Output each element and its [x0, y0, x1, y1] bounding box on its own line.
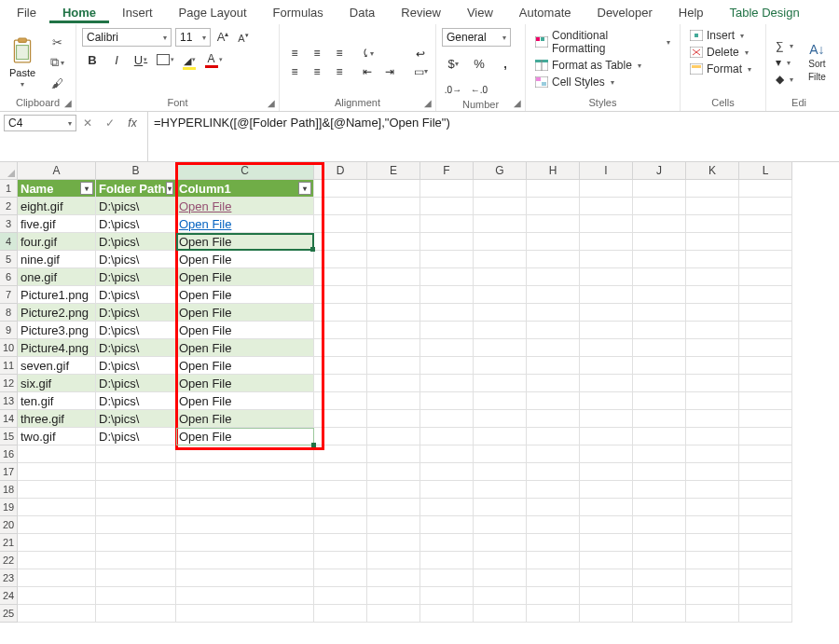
cell[interactable]	[474, 251, 527, 268]
cell[interactable]	[580, 251, 633, 268]
cell[interactable]	[527, 180, 580, 198]
cell[interactable]	[314, 233, 367, 251]
row-header[interactable]: 21	[0, 534, 18, 552]
cell[interactable]	[580, 180, 633, 198]
font-size-combo[interactable]: 11 ▾	[175, 28, 211, 47]
decrease-indent-button[interactable]: ⇤	[358, 64, 377, 79]
cell[interactable]	[314, 392, 367, 410]
cell[interactable]	[580, 286, 633, 304]
cell-hyperlink[interactable]: Open File	[176, 410, 314, 428]
cell[interactable]	[686, 552, 739, 569]
cell[interactable]	[633, 322, 686, 339]
cell[interactable]	[367, 339, 420, 357]
cell[interactable]	[739, 233, 792, 251]
cell[interactable]	[314, 569, 367, 587]
cell[interactable]	[633, 198, 686, 215]
cell[interactable]	[580, 268, 633, 286]
cell[interactable]	[420, 552, 474, 569]
cell[interactable]	[739, 180, 792, 198]
column-header-H[interactable]: H	[527, 162, 580, 180]
cell[interactable]	[176, 587, 314, 605]
cell[interactable]	[686, 268, 739, 286]
cell[interactable]	[314, 357, 367, 375]
cell[interactable]	[527, 569, 580, 587]
cell[interactable]	[527, 215, 580, 233]
cell[interactable]	[176, 516, 314, 534]
cell-path[interactable]: D:\pics\	[96, 410, 176, 428]
cell[interactable]	[633, 251, 686, 268]
clear-button[interactable]: ◆▾	[772, 72, 797, 87]
clipboard-dialog-launcher[interactable]: ◢	[62, 98, 74, 109]
cell[interactable]	[527, 251, 580, 268]
cell-path[interactable]: D:\pics\	[96, 286, 176, 304]
cell[interactable]	[527, 339, 580, 357]
cell[interactable]	[96, 516, 176, 534]
cell[interactable]	[474, 215, 527, 233]
cell[interactable]	[527, 587, 580, 605]
cell[interactable]	[580, 569, 633, 587]
filter-dropdown-icon[interactable]: ▾	[80, 182, 93, 195]
cell[interactable]	[420, 304, 474, 322]
comma-button[interactable]: ,	[494, 54, 516, 73]
cell[interactable]	[580, 410, 633, 428]
cell-name[interactable]: nine.gif	[18, 251, 96, 268]
cell[interactable]	[420, 569, 474, 587]
cell[interactable]	[686, 180, 739, 198]
cell[interactable]	[314, 534, 367, 552]
cell[interactable]	[633, 445, 686, 463]
cell-name[interactable]: seven.gif	[18, 357, 96, 375]
cell-hyperlink[interactable]: Open File	[176, 233, 314, 251]
cell[interactable]	[474, 322, 527, 339]
cell[interactable]	[686, 534, 739, 552]
cell[interactable]	[18, 463, 96, 481]
cell-name[interactable]: three.gif	[18, 410, 96, 428]
cell[interactable]	[686, 392, 739, 410]
cell[interactable]	[527, 198, 580, 215]
number-format-combo[interactable]: General ▾	[442, 28, 511, 47]
cell[interactable]	[96, 587, 176, 605]
cell[interactable]	[314, 304, 367, 322]
cell[interactable]	[176, 552, 314, 569]
cell[interactable]	[580, 215, 633, 233]
cell[interactable]	[580, 233, 633, 251]
align-center-button[interactable]: ≡	[308, 64, 326, 79]
cell[interactable]	[633, 552, 686, 569]
cell[interactable]	[18, 587, 96, 605]
cell[interactable]	[314, 375, 367, 392]
cell[interactable]	[739, 516, 792, 534]
increase-indent-button[interactable]: ⇥	[380, 64, 399, 79]
cell-path[interactable]: D:\pics\	[96, 268, 176, 286]
cell[interactable]	[96, 481, 176, 499]
cell[interactable]	[474, 180, 527, 198]
cell[interactable]	[739, 499, 792, 516]
cell[interactable]	[474, 569, 527, 587]
cell[interactable]	[686, 428, 739, 445]
cell[interactable]	[420, 215, 474, 233]
cell[interactable]	[686, 445, 739, 463]
cell[interactable]	[739, 605, 792, 623]
cell[interactable]	[367, 534, 420, 552]
cell[interactable]	[686, 410, 739, 428]
menu-view[interactable]: View	[454, 2, 506, 23]
cell[interactable]	[739, 339, 792, 357]
cell[interactable]	[527, 392, 580, 410]
cell[interactable]	[474, 445, 527, 463]
cell[interactable]	[633, 605, 686, 623]
cell[interactable]	[739, 304, 792, 322]
cell[interactable]	[474, 410, 527, 428]
cell[interactable]	[314, 552, 367, 569]
cell[interactable]	[420, 605, 474, 623]
cell[interactable]	[420, 428, 474, 445]
cell[interactable]	[176, 499, 314, 516]
cell[interactable]	[527, 605, 580, 623]
row-header[interactable]: 16	[0, 445, 18, 463]
menu-developer[interactable]: Developer	[585, 2, 666, 23]
cell[interactable]	[739, 286, 792, 304]
select-all-button[interactable]	[0, 162, 18, 180]
column-header-E[interactable]: E	[367, 162, 420, 180]
cell[interactable]	[580, 392, 633, 410]
cell[interactable]	[527, 445, 580, 463]
autosum-button[interactable]: ∑▾	[772, 38, 797, 53]
align-middle-button[interactable]: ≡	[308, 46, 326, 61]
table-header-cell[interactable]: Folder Path▾	[96, 180, 176, 198]
